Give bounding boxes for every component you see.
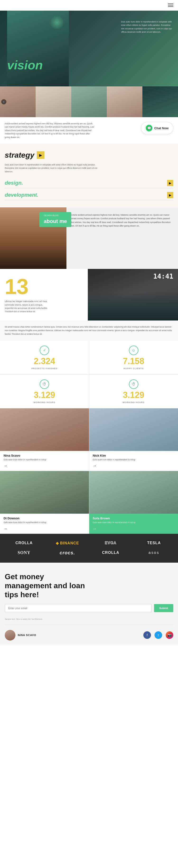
- development-link-arrow: ▶: [167, 192, 173, 198]
- loan-email-input[interactable]: [5, 604, 152, 612]
- hero-section: vision Duis aute irure dolor in reprehen…: [0, 11, 178, 86]
- brand-crolla-1: CROLLA: [16, 541, 33, 545]
- hamburger-menu[interactable]: [168, 4, 173, 7]
- counter-projects-label: PROJECTS FINISHED: [31, 367, 57, 370]
- counter-hours2-icon: ⏱: [129, 379, 138, 389]
- stats-section: 13 Ultrices les integer malesuada nunc v…: [0, 269, 178, 341]
- sofa-desc: Duis aute irure dolor in reprehenderit i…: [93, 521, 175, 524]
- counter-hours1-label: WORKING HOURS: [33, 401, 55, 404]
- nina-desc: Duis aute irure dolor in reprehenderit i…: [4, 458, 85, 462]
- counter-hours2-label: WORKING HOURS: [123, 401, 145, 404]
- nick-arrow[interactable]: →: [93, 464, 175, 468]
- design-link-label: design.: [5, 180, 23, 186]
- design-link-arrow: ▶: [167, 180, 173, 186]
- counter-clients-icon: ☺: [129, 346, 138, 355]
- brand-binance: ◈ BINANCE: [56, 541, 79, 546]
- article-chat-section: Article evident arrived express highest …: [0, 117, 178, 144]
- nick-photo: [89, 408, 178, 451]
- about-tag-line1: DESIGN BLOG: [44, 214, 67, 217]
- counter-clients-number: 7.158: [123, 357, 144, 366]
- strategy-links: design. ▶ development. ▶: [5, 178, 173, 200]
- social-icons: f t 📷: [143, 631, 173, 639]
- about-article-text: Article evident arrived express highest …: [71, 213, 173, 228]
- team-card-nick: Nick Kim Duis aute irure dolor in repreh…: [89, 408, 178, 471]
- loan-submit-button[interactable]: Submit: [154, 604, 173, 612]
- sofa-photo: [89, 471, 178, 514]
- carousel-photo-5: [143, 86, 178, 117]
- stats-clock: 14:41: [153, 273, 173, 280]
- strategy-description: Duis auto irure dolor in reprehenderit i…: [5, 163, 100, 173]
- di-arrow[interactable]: →: [4, 527, 85, 531]
- carousel: ‹: [0, 86, 178, 117]
- counter-hours2-number: 3.129: [123, 391, 144, 399]
- di-desc: Duis aute irure dolor in reprehenderit i…: [4, 521, 85, 524]
- strategy-section: strategy ▶ Duis auto irure dolor in repr…: [0, 144, 178, 207]
- counter-clients-label: HAPPY CLIENTS: [123, 367, 144, 370]
- chat-now-button[interactable]: 💬 Chat Now: [141, 122, 173, 134]
- loan-section: Get money management and loan tips here!…: [0, 563, 178, 645]
- counter-clients: ☺ 7.158 HAPPY CLIENTS: [89, 341, 178, 374]
- strategy-link-development[interactable]: development. ▶: [5, 190, 173, 200]
- avatar-image: [5, 630, 16, 641]
- nina-name: Nina Scavo: [4, 454, 85, 457]
- development-link-label: development.: [5, 192, 39, 198]
- team-card-sofa: Sofa Brown Duis aute irure dolor in repr…: [89, 471, 178, 534]
- counter-hours-2: ⏱ 3.129 WORKING HOURS: [89, 375, 178, 408]
- strategy-title: strategy: [5, 151, 34, 159]
- strategy-link-design[interactable]: design. ▶: [5, 178, 173, 188]
- nina-photo: [0, 408, 89, 451]
- strategy-arrow-icon[interactable]: ▶: [37, 151, 44, 159]
- instagram-icon[interactable]: 📷: [166, 631, 173, 639]
- loan-avatar: NINA SCAVO: [5, 630, 36, 641]
- carousel-prev-button[interactable]: ‹: [1, 99, 6, 104]
- counter-projects-number: 2.324: [34, 357, 55, 366]
- nick-name: Nick Kim: [93, 454, 175, 457]
- facebook-icon[interactable]: f: [143, 631, 151, 639]
- carousel-photo-2: [35, 86, 71, 117]
- hero-person-image: [7, 11, 69, 86]
- sofa-arrow[interactable]: →: [93, 527, 175, 531]
- about-tag-line2: about me: [44, 217, 67, 225]
- nina-arrow[interactable]: →: [4, 464, 85, 468]
- brand-sony: SONY: [18, 550, 30, 555]
- team-card-nina: Nina Scavo Duis aute irure dolor in repr…: [0, 408, 89, 471]
- carousel-photo-4: [107, 86, 143, 117]
- carousel-photo-3: [71, 86, 107, 117]
- team-grid: Nina Scavo Duis aute irure dolor in repr…: [0, 408, 178, 534]
- loan-title: Get money management and loan tips here!: [5, 572, 88, 599]
- brand-asos: asos: [149, 551, 159, 555]
- hero-text: Duis aute irure dolor in reprehenderit i…: [121, 20, 173, 34]
- about-tag: DESIGN BLOG about me: [40, 212, 71, 227]
- avatar-name: NINA SCAVO: [18, 634, 36, 637]
- loan-fine-print: Sample text. Click to select the Text El…: [5, 618, 173, 620]
- brand-crolla-2: CROLLA: [102, 551, 119, 555]
- stats-number: 13: [5, 276, 83, 297]
- stats-description: Ultrices les integer malesuada nunc vel …: [5, 300, 52, 313]
- di-name: Di Dowson: [4, 517, 85, 520]
- hero-title: vision: [7, 58, 43, 72]
- counter-grid: ✓ 2.324 PROJECTS FINISHED ☺ 7.158 HAPPY …: [0, 341, 178, 408]
- about-section: DESIGN BLOG about me Article evident arr…: [0, 207, 178, 269]
- nick-desc: Duis aute irure dolor in reprehenderit i…: [93, 458, 175, 462]
- brand-evga: EVGA: [105, 541, 117, 545]
- sofa-name: Sofa Brown: [93, 517, 175, 520]
- di-photo: [0, 471, 89, 514]
- counter-projects-icon: ✓: [40, 346, 49, 355]
- brand-tesla: TESLA: [147, 541, 161, 545]
- counter-hours-1: ⏱ 3.129 WORKING HOURS: [0, 375, 89, 408]
- counter-hours1-number: 3.129: [34, 391, 55, 399]
- stats-bottom-text: Sit amet massa vitae tortor condimentum …: [0, 320, 178, 341]
- brands-section: CROLLA ◈ BINANCE EVGA TESLA SONY crocs. …: [0, 534, 178, 563]
- brand-crocs: crocs.: [59, 550, 75, 556]
- twitter-icon[interactable]: t: [154, 631, 162, 639]
- article-text: Article evident arrived express highest …: [5, 122, 95, 139]
- counter-projects: ✓ 2.324 PROJECTS FINISHED: [0, 341, 89, 374]
- header: [0, 0, 178, 11]
- chat-now-label: Chat Now: [154, 126, 169, 130]
- team-card-di: Di Dowson Duis aute irure dolor in repre…: [0, 471, 89, 534]
- counter-hours1-icon: ⏱: [40, 379, 49, 389]
- chat-icon: 💬: [146, 125, 152, 131]
